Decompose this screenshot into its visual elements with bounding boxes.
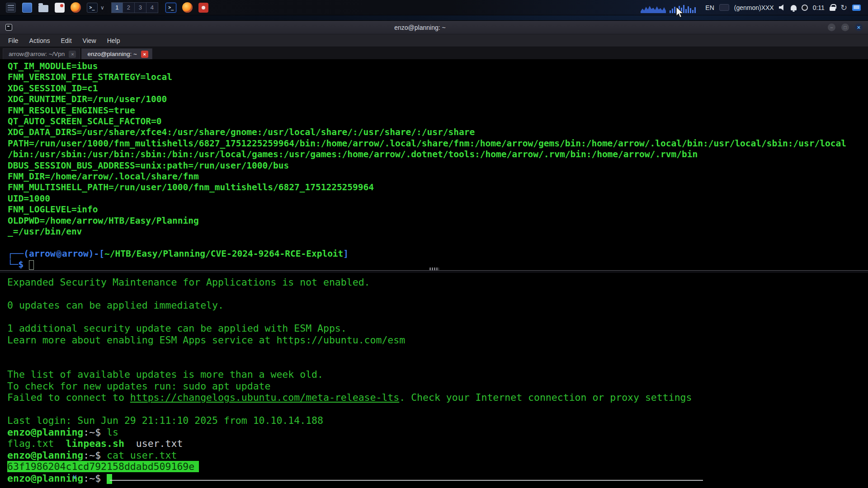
tab-active[interactable]: enzo@planning: ~× <box>81 48 152 59</box>
volume-icon[interactable] <box>779 5 786 11</box>
firefox-launcher[interactable] <box>70 1 82 14</box>
red-app-icon <box>198 3 208 13</box>
app-launcher-display[interactable] <box>21 1 33 14</box>
terminal-line: 0 updates can be applied immediately. <box>7 300 868 311</box>
terminal-line: Learn more about enabling ESM Apps servi… <box>7 334 868 346</box>
tab-inactive[interactable]: arrow@arrow: ~/Vpn× <box>3 48 80 59</box>
menu-item-help[interactable]: Help <box>103 36 125 46</box>
menu-item-edit[interactable]: Edit <box>56 36 76 46</box>
terminal-text <box>124 438 136 449</box>
terminal-line <box>7 311 868 323</box>
terminal-text: . Check your Internet connection or prox… <box>399 392 692 403</box>
terminal-text: Learn more about enabling ESM Apps servi… <box>7 334 405 346</box>
display-settings-icon[interactable] <box>852 5 861 11</box>
terminal-line: /bin:/usr/sbin:/usr/bin:/sbin:/bin:/usr/… <box>8 149 868 160</box>
terminal-window-button[interactable]: >_ <box>165 1 177 14</box>
terminal-line: XDG_SESSION_ID=c1 <box>8 83 868 94</box>
tab-close-icon[interactable]: × <box>69 51 76 58</box>
terminal-text: :~$ <box>83 450 101 461</box>
launcher-caret-icon[interactable]: ∨ <box>100 5 104 11</box>
system-tray: EN (genmon)XXX 0:11 ↻ <box>641 2 863 13</box>
workspace-3[interactable]: 3 <box>135 2 146 13</box>
desktop: >_ ∨ 1234 >_ EN <box>0 0 868 488</box>
terminal-text: XDG_SESSION_ID=c1 <box>8 83 98 94</box>
recorder-icon[interactable] <box>802 5 808 11</box>
window-controls: – □ × <box>828 23 863 31</box>
terminal-line <box>7 288 868 300</box>
maximize-button[interactable]: □ <box>841 23 849 31</box>
terminal-text: FNM_MULTISHELL_PATH=/run/user/1000/fnm_m… <box>8 182 374 192</box>
genmon-plugin-label[interactable]: (genmon)XXX <box>734 4 774 11</box>
terminal-line: QT_IM_MODULE=ibus <box>8 61 868 72</box>
editor-launcher[interactable] <box>53 1 66 14</box>
bottom-chevron-icon: ∨ <box>72 473 77 481</box>
file-manager-launcher[interactable] <box>37 1 49 14</box>
terminal-line: FNM_DIR=/home/arrow/.local/share/fnm <box>8 171 868 182</box>
terminal-text: user.txt <box>136 438 183 449</box>
terminal-line: FNM_RESOLVE_ENGINES=true <box>8 105 868 116</box>
terminal-text <box>54 438 66 449</box>
tab-close-icon[interactable]: × <box>141 51 148 58</box>
terminal-line <box>8 238 868 249</box>
workspace-2[interactable]: 2 <box>123 2 135 13</box>
minimize-button[interactable]: – <box>828 23 835 31</box>
terminal-line: QT_AUTO_SCREEN_SCALE_FACTOR=0 <box>8 116 868 127</box>
terminal-line: Expanded Security Maintenance for Applic… <box>7 277 868 288</box>
lock-icon[interactable] <box>830 7 835 11</box>
terminal-line: enzo@planning:~$ cat user.txt <box>7 450 868 461</box>
terminal-launcher[interactable]: >_ <box>86 1 98 14</box>
terminal-text: )-[ <box>89 249 104 259</box>
terminal-line <box>7 404 868 415</box>
terminal-pane-top[interactable]: QT_IM_MODULE=ibusFNM_VERSION_FILE_STRATE… <box>0 59 868 270</box>
refresh-icon[interactable]: ↻ <box>840 4 847 12</box>
terminal-line: The list of available updates is more th… <box>7 369 868 380</box>
bottom-edge-highlight <box>110 480 703 481</box>
mouse-cursor <box>675 6 686 21</box>
terminal-line <box>7 346 868 357</box>
terminal-text: 1 additional security update can be appl… <box>7 323 347 334</box>
notifications-icon[interactable] <box>791 5 797 10</box>
terminal-text <box>24 259 29 270</box>
blue-app-icon <box>22 3 32 13</box>
window-app-icon <box>5 24 12 31</box>
terminal-line: PATH=/run/user/1000/fnm_multishells/6827… <box>8 138 868 149</box>
terminal-pane-bottom[interactable]: Expanded Security Maintenance for Applic… <box>0 273 868 488</box>
workspace-1[interactable]: 1 <box>111 2 123 13</box>
terminal-text: DBUS_SESSION_BUS_ADDRESS=unix:path=/run/… <box>8 160 289 171</box>
terminal-text: _=/usr/bin/env <box>8 226 82 237</box>
terminal-window: enzo@planning: ~ – □ × FileActionsEditVi… <box>0 21 868 488</box>
red-app-window-button[interactable] <box>198 1 210 14</box>
terminal-text: QT_AUTO_SCREEN_SCALE_FACTOR=0 <box>8 116 161 127</box>
terminal-text: FNM_DIR=/home/arrow/.local/share/fnm <box>8 171 199 182</box>
terminal-text: OLDPWD=/home/arrow/HTB/Easy/Planning <box>8 216 199 226</box>
pane-splitter[interactable] <box>0 270 868 273</box>
menu-item-actions[interactable]: Actions <box>25 36 55 46</box>
terminal-text: @ <box>56 250 61 258</box>
block-cursor <box>107 474 112 484</box>
terminal-line: 1 additional security update can be appl… <box>7 323 868 334</box>
keyboard-language-indicator[interactable]: EN <box>705 4 714 11</box>
terminal-link[interactable]: https://changelogs.ubuntu.com/meta-relea… <box>130 392 399 403</box>
menu-item-file[interactable]: File <box>4 36 23 46</box>
app-launcher-dark[interactable] <box>5 1 17 14</box>
terminal-text: QT_IM_MODULE=ibus <box>8 61 98 71</box>
audio-visualizer[interactable] <box>641 2 700 13</box>
workspace-4[interactable]: 4 <box>146 2 158 13</box>
terminal-icon: >_ <box>165 3 176 13</box>
window-titlebar[interactable]: enzo@planning: ~ – □ × <box>0 21 868 34</box>
terminal-line: Last login: Sun Jun 29 21:11:10 2025 fro… <box>7 415 868 427</box>
firefox-window-button[interactable] <box>181 1 193 14</box>
terminal-text: enzo@planning <box>7 427 83 438</box>
hollow-cursor <box>29 260 34 270</box>
menu-item-view[interactable]: View <box>78 36 101 46</box>
keyboard-icon[interactable] <box>719 4 729 11</box>
close-button[interactable]: × <box>855 23 863 31</box>
terminal-line: enzo@planning:~$ <box>7 473 868 484</box>
terminal-text: ┌──( <box>8 249 29 259</box>
splitter-handle-icon[interactable] <box>429 267 439 270</box>
terminal-text: /bin:/usr/sbin:/usr/bin:/sbin:/bin:/usr/… <box>8 149 698 160</box>
timer-clock[interactable]: 0:11 <box>813 4 825 11</box>
terminal-line: ┌──(arrow@arrow)-[~/HTB/Easy/Planning/CV… <box>8 249 868 259</box>
terminal-text: XDG_DATA_DIRS=/usr/share/xfce4:/usr/shar… <box>8 127 475 137</box>
folder-icon <box>38 5 48 12</box>
